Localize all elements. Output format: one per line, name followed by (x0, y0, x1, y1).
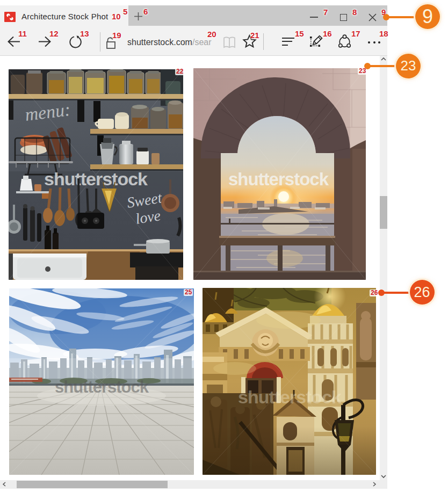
svg-text:shutterstock: shutterstock (228, 169, 329, 189)
svg-text:shutterstock: shutterstock (55, 378, 149, 396)
svg-text:shutterstock: shutterstock (238, 387, 342, 407)
svg-text:shutterstock: shutterstock (44, 169, 148, 189)
